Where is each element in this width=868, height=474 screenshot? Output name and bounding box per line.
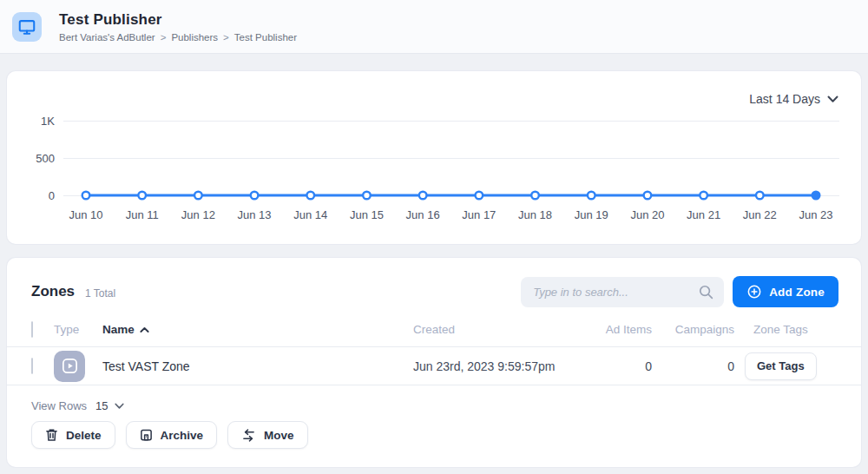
get-tags-button[interactable]: Get Tags	[745, 352, 817, 380]
breadcrumb-separator: >	[223, 32, 229, 43]
impressions-line-chart: 1K5000Jun 10Jun 11Jun 12Jun 13Jun 14Jun …	[7, 71, 861, 244]
page-title: Test Publisher	[59, 11, 297, 29]
page-header: Test Publisher Bert Varias's AdButler>Pu…	[0, 0, 868, 54]
chevron-down-icon[interactable]	[115, 403, 124, 410]
chart-data-point[interactable]	[700, 192, 707, 200]
zone-created: Jun 23rd, 2023 9:59:57pm	[413, 359, 595, 373]
column-header-created[interactable]: Created	[413, 323, 595, 336]
trash-icon	[45, 428, 58, 442]
zones-total-count: 1 Total	[85, 287, 115, 300]
delete-button[interactable]: Delete	[31, 421, 115, 449]
search-icon	[698, 284, 714, 300]
chart-data-point[interactable]	[194, 192, 202, 200]
chart-data-point[interactable]	[644, 192, 652, 200]
zone-campaigns: 0	[661, 359, 743, 373]
chart-data-point[interactable]	[756, 192, 764, 200]
plus-circle-icon	[746, 284, 762, 300]
row-checkbox[interactable]	[31, 358, 33, 374]
publisher-icon-badge	[12, 12, 42, 42]
column-header-ad-items[interactable]: Ad Items	[595, 323, 661, 336]
zone-ad-items: 0	[595, 359, 661, 373]
delete-label: Delete	[66, 429, 102, 442]
add-zone-label: Add Zone	[769, 286, 825, 299]
zones-search	[521, 277, 724, 307]
chart-data-point[interactable]	[363, 192, 371, 200]
column-header-type[interactable]: Type	[54, 323, 102, 336]
zones-table-header: Type Name Created Ad Items Campaigns Zon…	[7, 313, 861, 347]
zones-card: Zones 1 Total Add Zone Type Name	[7, 258, 861, 467]
chart-data-point[interactable]	[419, 192, 427, 200]
search-input[interactable]	[521, 277, 724, 307]
chart-data-point[interactable]	[251, 192, 259, 200]
column-header-name[interactable]: Name	[102, 323, 413, 336]
add-zone-button[interactable]: Add Zone	[733, 276, 838, 307]
select-all-checkbox[interactable]	[31, 321, 33, 338]
column-header-name-label: Name	[102, 323, 135, 336]
chart-data-point[interactable]	[306, 192, 314, 200]
move-label: Move	[264, 429, 294, 442]
breadcrumb-separator: >	[161, 32, 167, 43]
move-button[interactable]: Move	[227, 421, 308, 449]
chart-data-point[interactable]	[812, 192, 820, 200]
view-rows-value[interactable]: 15	[95, 399, 108, 412]
chart-data-point[interactable]	[531, 192, 539, 200]
video-zone-type-icon	[54, 351, 85, 382]
breadcrumb-item[interactable]: Bert Varias's AdButler	[59, 32, 155, 43]
move-arrows-icon	[241, 429, 256, 442]
stats-chart-card: Last 14 Days 1K5000Jun 10Jun 11Jun 12Jun…	[7, 71, 861, 244]
chart-line-svg	[7, 71, 861, 244]
monitor-icon	[17, 17, 36, 36]
column-header-zone-tags[interactable]: Zone Tags	[743, 323, 837, 336]
chart-data-point[interactable]	[138, 192, 146, 200]
chart-data-point[interactable]	[476, 192, 483, 200]
column-header-campaigns[interactable]: Campaigns	[661, 323, 743, 336]
chart-data-point[interactable]	[82, 192, 90, 200]
archive-icon	[140, 428, 153, 442]
archive-label: Archive	[161, 429, 204, 442]
sort-asc-icon	[140, 326, 149, 333]
zone-name[interactable]: Test VAST Zone	[102, 359, 413, 373]
breadcrumb: Bert Varias's AdButler>Publishers>Test P…	[59, 32, 297, 43]
breadcrumb-item: Test Publisher	[234, 32, 297, 43]
breadcrumb-item[interactable]: Publishers	[171, 32, 218, 43]
view-rows-label: View Rows	[31, 399, 87, 412]
table-row[interactable]: Test VAST Zone Jun 23rd, 2023 9:59:57pm …	[7, 347, 861, 385]
archive-button[interactable]: Archive	[126, 421, 218, 449]
chart-data-point[interactable]	[588, 192, 595, 200]
zones-title: Zones	[31, 283, 75, 300]
